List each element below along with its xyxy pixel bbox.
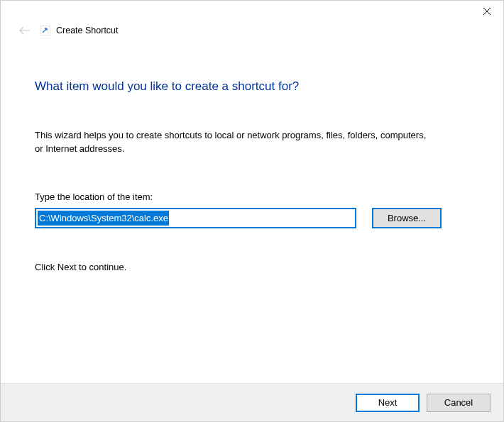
back-arrow-icon	[19, 26, 31, 35]
description-text: This wizard helps you to create shortcut…	[35, 129, 432, 156]
input-row: C:\Windows\System32\calc.exe Browse...	[35, 208, 469, 228]
continue-text: Click Next to continue.	[35, 262, 469, 272]
footer: Next Cancel	[1, 383, 503, 421]
location-input[interactable]: C:\Windows\System32\calc.exe	[35, 208, 356, 228]
header: Create Shortcut	[1, 21, 503, 40]
location-input-value: C:\Windows\System32\calc.exe	[38, 211, 169, 226]
shortcut-icon	[40, 26, 50, 35]
location-label: Type the location of the item:	[35, 191, 469, 202]
close-icon	[483, 8, 491, 15]
window-title: Create Shortcut	[56, 26, 119, 35]
page-heading: What item would you like to create a sho…	[35, 79, 469, 94]
svg-rect-2	[40, 26, 50, 35]
content-area: What item would you like to create a sho…	[1, 40, 503, 272]
back-button	[18, 23, 32, 38]
cancel-button[interactable]: Cancel	[427, 394, 491, 412]
next-button[interactable]: Next	[356, 394, 420, 412]
browse-button[interactable]: Browse...	[372, 208, 442, 228]
close-button[interactable]	[471, 1, 503, 22]
